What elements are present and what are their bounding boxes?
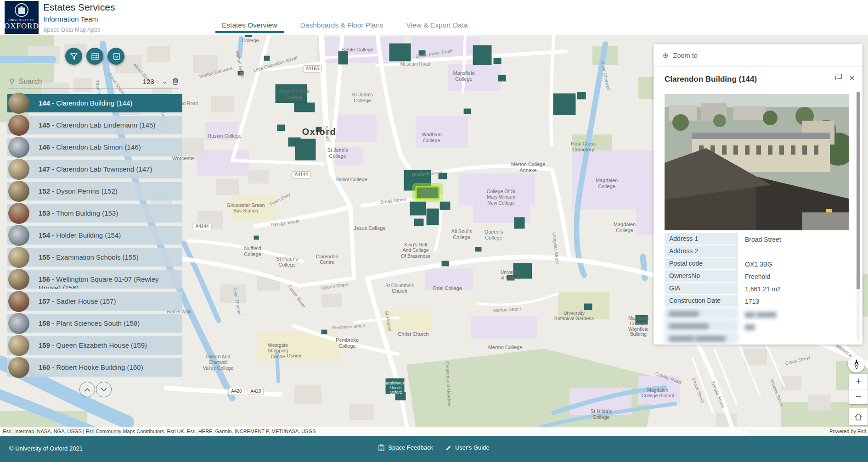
list-item-building-153[interactable]: 153 - Thom Building (153) — [7, 204, 182, 223]
attribute-value: OX1 3BG — [738, 261, 849, 268]
building-thumbnail — [8, 313, 29, 334]
road-shield: A4165 — [303, 65, 322, 72]
building-thumbnail — [8, 247, 29, 268]
building-thumbnail — [8, 181, 29, 202]
attribute-label: Construction Date — [665, 295, 738, 307]
sort-label: 123 — [143, 78, 154, 85]
selected-building-highlight — [414, 185, 441, 200]
page-subtitle: Information Team — [43, 15, 98, 23]
list-item-building-155[interactable]: 155 - Examination Schools (155) — [7, 248, 182, 267]
attribute-row: ▆▆▆▆▆▆▆▆▆▆ — [665, 320, 849, 332]
attributes-table: Address 1Broad StreetAddress 2Postal cod… — [665, 233, 849, 345]
tab-estates-overview[interactable]: Estates Overview — [215, 21, 284, 35]
road-shield: A420 — [228, 388, 244, 395]
attribute-row: Postal codeOX1 3BG — [665, 258, 849, 270]
sort-options-chevron-down-icon[interactable]: ⌄ — [162, 78, 167, 85]
footer-links: Space Feedback User's Guide — [0, 444, 868, 451]
attribute-row: ▆▆▆▆▆▆▆▆ ▆▆▆▆ — [665, 307, 849, 320]
building-thumbnail — [8, 115, 29, 136]
building-item-label: 144 - Clarendon Building (144) — [39, 94, 182, 112]
list-item-building-160[interactable]: 160 - Robert Hooke Building (160) — [7, 358, 182, 377]
building-thumbnail — [8, 335, 29, 356]
notebook-check-icon — [112, 52, 120, 61]
zoom-to-button[interactable]: ⊕ Zoom to — [654, 44, 862, 67]
list-item-building-145[interactable]: 145 - Clarendon Lab Lindemann (145) — [7, 116, 182, 134]
tab-dashboards-floor-plans[interactable]: Dashboards & Floor Plans — [294, 21, 390, 35]
list-item-building-154[interactable]: 154 - Holder Building (154) — [7, 226, 182, 245]
space-feedback-label: Space Feedback — [388, 444, 433, 451]
attribute-label: GIA — [665, 283, 738, 295]
users-guide-link[interactable]: User's Guide — [445, 444, 490, 451]
home-icon — [854, 413, 862, 421]
list-item-building-159[interactable]: 159 - Queen Elizabeth House (159) — [7, 336, 182, 355]
building-item-label: 160 - Robert Hooke Building (160) — [39, 358, 182, 377]
attribute-label: Address 1 — [665, 233, 738, 245]
building-item-label: 157 - Sadler House (157) — [39, 292, 182, 311]
compass-needle-icon — [853, 359, 860, 369]
page-tagline: Space Data Map Apps — [43, 27, 100, 33]
sort-numeric-button[interactable]: 123 ↑ — [143, 78, 159, 85]
list-item-building-156[interactable]: 156 - Wellington Square 01-07 (Rewley Ho… — [7, 270, 182, 289]
building-item-label: 156 - Wellington Square 01-07 (Rewley Ho… — [39, 270, 182, 289]
building-thumbnail — [8, 93, 29, 114]
building-thumbnail — [8, 291, 29, 312]
space-feedback-link[interactable]: Space Feedback — [378, 444, 433, 451]
building-item-label: 159 - Queen Elizabeth House (159) — [39, 336, 182, 355]
zoom-magnifier-plus-icon: ⊕ — [663, 51, 669, 60]
search-input[interactable] — [19, 78, 143, 86]
building-thumbnail — [8, 137, 29, 158]
list-item-building-158[interactable]: 158 - Plant Sciences South (158) — [7, 314, 182, 333]
notes-checklist-button[interactable] — [107, 48, 124, 65]
road-shield: A420 — [248, 388, 264, 395]
zoom-controls: + − — [849, 374, 868, 404]
building-item-label: 152 - Dyson Perrins (152) — [39, 182, 182, 200]
panel-scrollbar[interactable] — [857, 92, 860, 341]
logo-university-of: UNIVERSITY OF — [8, 18, 35, 22]
attribution-text: Esri, Intermap, NASA, NGA, USGS | Esri C… — [3, 429, 316, 434]
chevron-down-icon — [101, 388, 107, 392]
popup-title: Clarendon Building (144) — [665, 75, 757, 84]
list-item-building-157[interactable]: 157 - Sadler House (157) — [7, 292, 182, 311]
map-attribution-bar: Esri, Intermap, NASA, NGA, USGS | Esri C… — [0, 427, 868, 436]
attribute-value: Broad Street — [738, 236, 849, 243]
zoom-out-button[interactable]: − — [849, 390, 868, 405]
zoom-in-button[interactable]: + — [849, 374, 868, 390]
page-down-button[interactable] — [96, 382, 112, 397]
attribute-value: 1713 — [738, 298, 849, 305]
tab-view-export-data[interactable]: View & Export Data — [400, 21, 474, 35]
attribute-label: ▆▆▆▆▆▆ — [665, 307, 738, 320]
home-button[interactable] — [849, 408, 868, 425]
page-title: Estates Services — [43, 2, 115, 13]
sort-ascending-icon: ↑ — [156, 78, 159, 85]
attribute-row: Construction Date1713 — [665, 295, 849, 307]
table-grid-icon — [91, 52, 99, 61]
list-item-building-152[interactable]: 152 - Dyson Perrins (152) — [7, 182, 182, 200]
building-item-label: 146 - Clarendon Lab Simon (146) — [39, 138, 182, 156]
nav-tabs: Estates Overview Dashboards & Floor Plan… — [215, 0, 474, 35]
filter-button[interactable] — [65, 48, 82, 65]
building-item-label: 147 - Clarendon Lab Townsend (147) — [39, 160, 182, 178]
filter-funnel-icon — [70, 52, 78, 61]
clipboard-icon — [378, 444, 384, 451]
clear-selection-button[interactable] — [172, 78, 179, 85]
dock-popup-button[interactable] — [834, 73, 844, 83]
table-button[interactable] — [86, 48, 103, 65]
attribute-row: Address 1Broad Street — [665, 233, 849, 245]
compass-button[interactable] — [848, 356, 865, 373]
dock-window-icon — [835, 73, 842, 81]
attribute-value: ▆▆ — [738, 323, 849, 330]
oxford-logo: UNIVERSITY OF OXFORD — [5, 1, 39, 34]
search-bar: ⚲ 123 ↑ ⌄ — [8, 74, 179, 89]
pencil-icon — [445, 445, 451, 451]
panel-scrollbar-thumb[interactable] — [857, 92, 860, 289]
zoom-to-label: Zoom to — [673, 52, 698, 59]
list-item-building-146[interactable]: 146 - Clarendon Lab Simon (146) — [7, 138, 182, 156]
list-item-building-147[interactable]: 147 - Clarendon Lab Townsend (147) — [7, 160, 182, 178]
attribute-value: Freehold — [738, 273, 849, 280]
list-item-building-144[interactable]: 144 - Clarendon Building (144) — [7, 94, 182, 112]
close-icon: ✕ — [849, 74, 855, 83]
page-up-button[interactable] — [79, 382, 95, 397]
building-thumbnail — [8, 225, 29, 246]
attribute-label: ▆▆▆▆▆▆▆▆ — [665, 320, 738, 332]
close-popup-button[interactable]: ✕ — [847, 73, 857, 83]
